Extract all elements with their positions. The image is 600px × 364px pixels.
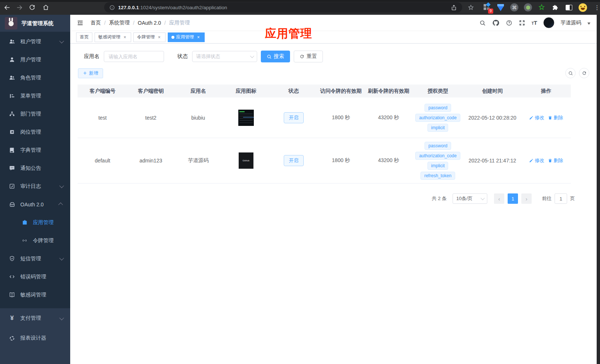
sidebar-item-岗位管理[interactable]: 岗位管理 [0, 123, 70, 141]
goto-page-input[interactable] [555, 193, 567, 204]
status-filter-select[interactable]: 请选择状态 [192, 51, 257, 62]
toggle-search-icon[interactable] [565, 68, 576, 78]
browser-forward-icon[interactable] [15, 3, 24, 12]
extension-command-icon[interactable]: ⌘ [510, 3, 519, 12]
site-info-icon[interactable] [109, 5, 115, 10]
column-header-应用图标: 应用图标 [222, 88, 270, 95]
sidebar-item-审计日志[interactable]: 审计日志 [0, 177, 70, 195]
applications-table: 客户端编号客户端密钥应用名应用图标状态访问令牌的有效期刷新令牌的有效期授权类型创… [78, 85, 571, 183]
chevron-down-icon [59, 39, 64, 44]
sidebar-item-label: 用户管理 [20, 56, 41, 63]
address-bar[interactable]: 127.0.0.1:1024/system/oauth2/oauth2/appl… [104, 2, 462, 13]
share-icon[interactable] [451, 4, 457, 11]
collapse-sidebar-icon[interactable] [76, 19, 84, 27]
delete-label: 删除 [553, 157, 563, 164]
extension-star-icon[interactable] [537, 3, 546, 12]
sidebar-item-部门管理[interactable]: 部门管理 [0, 105, 70, 123]
current-page-button[interactable]: 1 [508, 193, 518, 204]
extension-gem-icon[interactable] [496, 3, 505, 12]
status-badge[interactable]: 开启 [284, 112, 304, 123]
sidebar-item-菜单管理[interactable]: 菜单管理 [0, 87, 70, 105]
cell-refresh-ttl: 43200 秒 [365, 114, 412, 121]
scrollbar-track[interactable] [597, 15, 600, 364]
extension-puzzle-icon[interactable] [551, 3, 560, 12]
sidebar-item-错误码管理[interactable]: 错误码管理 [0, 268, 70, 286]
sidebar-item-OAuth 2.0[interactable]: OAuth 2.0 [0, 195, 70, 213]
help-icon[interactable] [506, 20, 512, 26]
tab-应用管理[interactable]: 应用管理× [168, 32, 205, 42]
name-filter-input[interactable] [104, 51, 164, 62]
add-button[interactable]: 新增 [78, 68, 103, 78]
delete-label: 删除 [553, 114, 563, 121]
prev-page-button[interactable]: ‹ [494, 193, 504, 204]
filter-form: 应用名 状态 请选择状态 搜索 重置 [70, 44, 597, 62]
tab-令牌管理[interactable]: 令牌管理× [133, 32, 166, 42]
browser-back-icon[interactable] [3, 3, 12, 12]
breadcrumb-item: 应用管理 [169, 20, 190, 26]
chevron-down-icon [59, 315, 64, 320]
name-filter-label: 应用名 [84, 53, 99, 60]
column-header-客户端编号: 客户端编号 [78, 88, 127, 95]
close-tab-icon[interactable]: × [157, 35, 162, 40]
font-size-icon[interactable]: TT [532, 20, 537, 26]
edit-button[interactable]: 修改 [529, 157, 544, 164]
grant-tag: implicit [427, 124, 449, 132]
table-row: defaultadmin123芋道源码GitHub开启1800 秒43200 秒… [78, 138, 571, 183]
tab-敏感词管理[interactable]: 敏感词管理× [95, 32, 131, 42]
breadcrumb-item[interactable]: 首页 [91, 20, 101, 26]
sidebar-item-label: 通知公告 [20, 165, 41, 172]
table-toolbar: 新增 [70, 62, 597, 78]
sidebar-item-label: 报表设计器 [20, 335, 46, 341]
sidebar-item-label: 菜单管理 [20, 93, 41, 99]
delete-button[interactable]: 删除 [548, 114, 563, 121]
status-badge[interactable]: 开启 [284, 155, 304, 166]
user-avatar[interactable] [543, 17, 554, 28]
fullscreen-icon[interactable] [519, 20, 525, 26]
sidebar-item-短信管理[interactable]: 短信管理 [0, 250, 70, 268]
grant-tag: password [425, 104, 451, 112]
side-panel-icon[interactable] [565, 3, 573, 12]
browser-home-icon[interactable] [41, 3, 50, 12]
sidebar-item-令牌管理[interactable]: 令牌管理 [0, 231, 70, 250]
chat-bubble-icon [8, 165, 16, 171]
extension-record-icon[interactable] [524, 3, 532, 12]
cell-status: 开启 [270, 112, 317, 123]
next-page-button[interactable]: › [521, 193, 532, 204]
page-size-select[interactable]: 10条/页 [453, 193, 487, 204]
cell-created-time: 2022-05-11 21:47:12 [463, 158, 522, 164]
user-menu-caret-icon[interactable] [587, 23, 590, 25]
extension-grid-icon[interactable]: 9 [483, 3, 491, 12]
tab-首页[interactable]: 首页 [76, 32, 92, 42]
pagination: 共 2 条 10条/页 ‹ 1 › 前往 页 [70, 183, 597, 204]
sidebar-item-应用管理[interactable]: 应用管理 [0, 213, 70, 231]
browser-reload-icon[interactable] [28, 3, 37, 12]
sidebar-item-用户管理[interactable]: 用户管理 [0, 51, 70, 69]
breadcrumb-separator: / [104, 20, 106, 26]
robot-icon [8, 201, 16, 208]
sidebar-item-通知公告[interactable]: 通知公告 [0, 159, 70, 177]
breadcrumb-item[interactable]: OAuth 2.0 [138, 20, 161, 26]
breadcrumb-item[interactable]: 系统管理 [109, 20, 130, 26]
search-icon[interactable] [479, 20, 486, 26]
sidebar-item-报表设计器[interactable]: 报表设计器 [0, 328, 70, 348]
sidebar-item-敏感词管理[interactable]: 敏感词管理 [0, 286, 70, 304]
sidebar-item-租户管理[interactable]: 租户管理 [0, 32, 70, 51]
reset-button[interactable]: 重置 [294, 51, 323, 62]
emoji-extension-icon[interactable] [578, 3, 587, 12]
cell-status: 开启 [270, 155, 317, 166]
app-logo[interactable]: 芋道管理系统 [0, 15, 70, 32]
edit-button[interactable]: 修改 [529, 114, 544, 121]
sidebar-item-支付管理[interactable]: ¥支付管理 [0, 308, 70, 328]
github-icon[interactable] [492, 19, 500, 27]
sidebar-item-角色管理[interactable]: 角色管理 [0, 69, 70, 87]
search-button[interactable]: 搜索 [261, 51, 290, 62]
bookmark-star-icon[interactable] [467, 4, 474, 11]
sidebar-item-字典管理[interactable]: 字典管理 [0, 141, 70, 159]
close-tab-icon[interactable]: × [196, 35, 201, 40]
close-tab-icon[interactable]: × [122, 35, 127, 40]
delete-button[interactable]: 删除 [548, 157, 563, 164]
refresh-table-icon[interactable] [579, 68, 589, 78]
browser-menu-icon[interactable]: ⋮ [594, 4, 600, 11]
cell-grant-types: passwordauthorization_codeimplicit [412, 104, 463, 132]
table-body: testtest2biubiu开启1800 秒43200 秒passwordau… [78, 97, 571, 183]
